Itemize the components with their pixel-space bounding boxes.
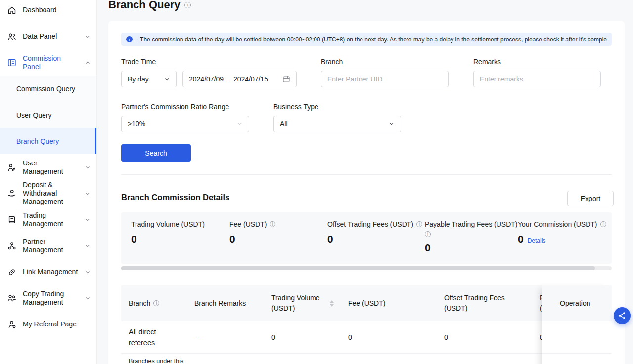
info-icon[interactable]: i bbox=[600, 221, 606, 227]
info-icon[interactable]: i bbox=[416, 221, 422, 227]
info-icon[interactable]: i bbox=[425, 231, 431, 237]
chevron-down-icon bbox=[389, 121, 395, 127]
sidebar-item-label: User Management bbox=[23, 159, 79, 176]
column-branch: Branch i bbox=[121, 299, 187, 307]
trading-management-icon bbox=[7, 215, 17, 225]
business-type-value: All bbox=[280, 120, 288, 128]
sidebar-item-label: Data Panel bbox=[23, 32, 79, 40]
column-trading-volume: Trading Volume (USDT) bbox=[264, 293, 341, 314]
stat-value: 0 bbox=[131, 233, 229, 245]
query-card: i · The commission data of the day will … bbox=[108, 21, 625, 364]
cell-branch: Branches under this bbox=[121, 354, 187, 364]
deposit-withdrawal-icon bbox=[7, 189, 17, 199]
copy-trading-icon bbox=[7, 293, 17, 303]
cell-branch-remarks: – bbox=[187, 333, 264, 341]
export-button[interactable]: Export bbox=[567, 191, 614, 206]
support-fab[interactable] bbox=[614, 307, 631, 324]
column-label: Trading Volume (USDT) bbox=[271, 293, 327, 314]
stat-value: 0 bbox=[327, 233, 425, 245]
cell-operation bbox=[542, 321, 612, 354]
sidebar-item-my-referral-page[interactable]: My Referral Page bbox=[0, 311, 96, 337]
ratio-label: Partner's Commission Ratio Range bbox=[121, 103, 229, 111]
stat-value: 0 bbox=[425, 242, 518, 254]
column-label: Branch Remarks bbox=[194, 299, 246, 307]
chevron-down-icon bbox=[164, 76, 170, 82]
branch-input[interactable] bbox=[321, 71, 449, 87]
remarks-label: Remarks bbox=[473, 58, 501, 66]
sidebar-subitem-label: Branch Query bbox=[16, 137, 59, 145]
chevron-down-icon bbox=[85, 217, 90, 223]
remarks-input[interactable] bbox=[473, 71, 601, 87]
stat-your-commission: Your Commission (USDT)i 0 Details bbox=[518, 219, 606, 264]
sidebar-item-deposit-withdrawal[interactable]: Deposit & Withdrawal Management bbox=[0, 180, 96, 206]
share-nodes-icon bbox=[618, 312, 626, 320]
ratio-select[interactable]: >10% bbox=[121, 116, 249, 132]
sidebar-subitem-label: User Query bbox=[16, 111, 52, 119]
sidebar-item-label: Link Management bbox=[23, 268, 79, 276]
link-icon bbox=[7, 267, 17, 277]
sidebar-item-commission-query[interactable]: Commission Query bbox=[0, 76, 96, 102]
horizontal-scrollbar bbox=[121, 266, 612, 270]
sidebar-item-user-query[interactable]: User Query bbox=[0, 102, 96, 128]
summary-stats: Trading Volume (USDT) 0 Fee (USDT)i 0 Of… bbox=[121, 212, 612, 264]
sidebar: Dashboard Data Panel Commission Panel Co… bbox=[0, 0, 97, 364]
sidebar-item-partner-management[interactable]: Partner Management bbox=[0, 233, 96, 259]
ratio-value: >10% bbox=[128, 120, 145, 128]
page-header: Branch Query i bbox=[108, 0, 191, 11]
sidebar-item-label: Trading Management bbox=[23, 211, 79, 228]
sidebar-item-label: Dashboard bbox=[23, 6, 90, 14]
date-start: 2024/07/09 bbox=[189, 75, 224, 83]
sidebar-item-dashboard[interactable]: Dashboard bbox=[0, 0, 96, 23]
partner-management-icon bbox=[7, 241, 17, 251]
sidebar-item-user-management[interactable]: User Management bbox=[0, 154, 96, 180]
date-end: 2024/07/15 bbox=[233, 75, 268, 83]
stat-label: Offset Trading Fees (USDT) bbox=[327, 220, 413, 228]
user-management-icon bbox=[7, 162, 17, 172]
operation-column: Operation bbox=[542, 285, 612, 364]
table-scroll-area: Branch i Branch Remarks Trading Volume (… bbox=[121, 285, 542, 364]
date-range-picker[interactable]: 2024/07/09 – 2024/07/15 bbox=[182, 71, 297, 87]
sidebar-item-label: Partner Management bbox=[23, 238, 79, 254]
calendar-icon bbox=[282, 75, 290, 83]
granularity-select[interactable]: By day bbox=[121, 71, 177, 87]
main-content: Branch Query i i · The commission data o… bbox=[97, 0, 633, 364]
business-type-select[interactable]: All bbox=[273, 116, 401, 132]
sidebar-item-trading-management[interactable]: Trading Management bbox=[0, 206, 96, 233]
trade-time-label: Trade Time bbox=[121, 58, 156, 66]
commission-panel-icon bbox=[7, 58, 17, 68]
column-label: Offset Trading Fees (USDT) bbox=[444, 293, 518, 314]
stat-fee: Fee (USDT)i 0 bbox=[229, 219, 327, 264]
branch-table: Branch i Branch Remarks Trading Volume (… bbox=[121, 285, 612, 364]
cell-trading-volume: 0 bbox=[264, 333, 341, 341]
stat-label: Trading Volume (USDT) bbox=[131, 220, 205, 228]
stat-payable-trading-fees: Payable Trading Fees (USDT) i 0 bbox=[425, 219, 518, 264]
sidebar-item-copy-trading[interactable]: Copy Trading Management bbox=[0, 285, 96, 311]
sort-control[interactable] bbox=[330, 300, 334, 307]
sidebar-item-link-management[interactable]: Link Management bbox=[0, 259, 96, 285]
column-payable-trading-fees: Payable Trading Fees (USDT) bbox=[532, 293, 542, 314]
cell-branch: All direct referees bbox=[121, 326, 187, 348]
business-type-label: Business Type bbox=[273, 103, 318, 111]
search-button[interactable]: Search bbox=[121, 144, 191, 162]
sidebar-item-label: Deposit & Withdrawal Management bbox=[23, 181, 79, 206]
stat-value: 0 bbox=[229, 233, 327, 245]
stat-offset-trading-fees: Offset Trading Fees (USDT)i 0 bbox=[327, 219, 425, 264]
info-icon[interactable]: i bbox=[153, 300, 159, 306]
scrollbar-thumb[interactable] bbox=[121, 266, 595, 270]
sidebar-item-data-panel[interactable]: Data Panel bbox=[0, 23, 96, 49]
chevron-down-icon bbox=[237, 121, 243, 127]
chevron-down-icon bbox=[85, 34, 90, 40]
table-row: Branches under this bbox=[121, 354, 542, 364]
notice-text: · The commission data of the day will be… bbox=[136, 36, 607, 43]
column-label: Branch bbox=[129, 299, 150, 307]
sidebar-item-commission-panel[interactable]: Commission Panel bbox=[0, 49, 96, 76]
cell-operation bbox=[542, 354, 612, 364]
home-icon bbox=[7, 5, 17, 15]
sidebar-item-branch-query[interactable]: Branch Query bbox=[0, 128, 96, 154]
divider bbox=[121, 174, 612, 175]
notice-info-icon: i bbox=[126, 36, 133, 42]
details-link[interactable]: Details bbox=[528, 237, 546, 244]
page-title-info-icon[interactable]: i bbox=[184, 2, 191, 8]
info-icon[interactable]: i bbox=[270, 221, 275, 227]
referral-icon bbox=[7, 320, 17, 329]
